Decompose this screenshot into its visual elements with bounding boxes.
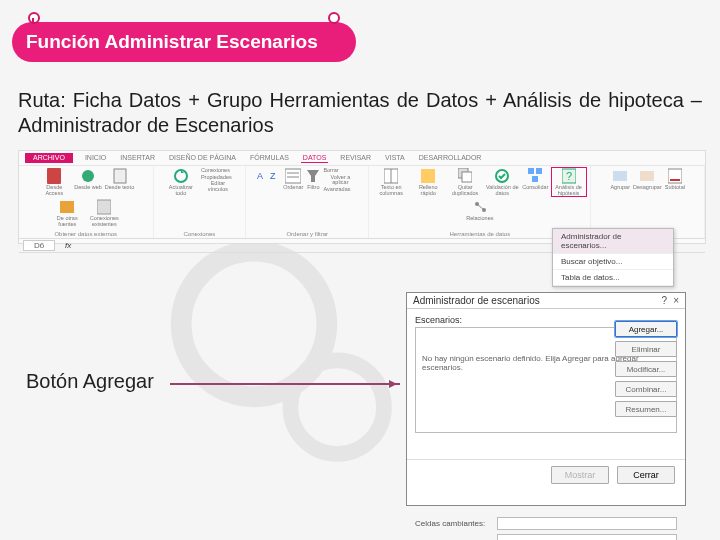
tab-formulas[interactable]: FÓRMULAS xyxy=(248,153,291,163)
svg-rect-27 xyxy=(613,171,627,181)
menu-buscar-objetivo[interactable]: Buscar objetivo... xyxy=(553,254,673,270)
celdas-cambiantes-label: Celdas cambiantes: xyxy=(415,519,493,528)
ribbon-tabs: ARCHIVO INICIO INSERTAR DISEÑO DE PÁGINA… xyxy=(19,151,705,166)
group-obtener-datos: Desde Access Desde web Desde texto De ot… xyxy=(19,166,154,238)
svg-text:?: ? xyxy=(566,170,572,182)
btn-relaciones[interactable]: Relaciones xyxy=(466,199,493,222)
tab-archivo[interactable]: ARCHIVO xyxy=(25,153,73,163)
btn-texto-columnas[interactable]: Texto en columnas xyxy=(374,168,408,196)
eliminar-button: Eliminar xyxy=(615,341,677,357)
menu-tabla-datos[interactable]: Tabla de datos... xyxy=(553,270,673,286)
svg-rect-15 xyxy=(421,169,435,183)
svg-rect-21 xyxy=(532,176,538,182)
btn-editar-vinculos[interactable]: Editar vínculos xyxy=(201,181,235,192)
group-label: Conexiones xyxy=(154,231,246,237)
btn-volver-aplicar[interactable]: Volver a aplicar xyxy=(323,175,357,186)
btn-desagrupar[interactable]: Desagrupar xyxy=(633,168,662,191)
route-text: Ruta: Ficha Datos + Grupo Herramientas d… xyxy=(18,88,702,138)
dialog-titlebar: Administrador de escenarios ? × xyxy=(407,293,685,309)
group-ordenar-filtrar: A Z Ordenar Filtro Borrar Volver a aplic… xyxy=(246,166,369,238)
svg-text:Z: Z xyxy=(270,171,276,181)
tab-desarrollador[interactable]: DESARROLLADOR xyxy=(417,153,484,163)
arrow-annotation xyxy=(170,383,400,385)
svg-line-26 xyxy=(477,204,484,210)
btn-actualizar[interactable]: Actualizar todo xyxy=(164,168,198,196)
combinar-button[interactable]: Combinar... xyxy=(615,381,677,397)
slide: Función Administrar Escenarios Ruta: Fic… xyxy=(0,0,720,540)
svg-rect-28 xyxy=(640,171,654,181)
dialog-title: Administrador de escenarios xyxy=(413,295,540,306)
help-icon[interactable]: ? xyxy=(662,295,668,306)
menu-admin-escenarios[interactable]: Administrador de escenarios... xyxy=(553,229,673,254)
svg-rect-17 xyxy=(462,172,472,182)
svg-point-1 xyxy=(290,360,384,454)
btn-avanzadas[interactable]: Avanzadas xyxy=(323,187,350,193)
tab-diseno[interactable]: DISEÑO DE PÁGINA xyxy=(167,153,238,163)
btn-filtro[interactable]: Filtro xyxy=(306,168,320,191)
btn-ordenar[interactable]: Ordenar xyxy=(283,168,303,191)
dialog-footer: Mostrar Cerrar xyxy=(407,459,685,490)
resumen-button: Resumen... xyxy=(615,401,677,417)
svg-rect-4 xyxy=(114,169,126,183)
btn-borrar[interactable]: Borrar xyxy=(323,168,338,174)
btn-sort-za[interactable]: Z xyxy=(270,168,280,182)
agregar-button[interactable]: Agregar... xyxy=(615,321,677,337)
tab-datos[interactable]: DATOS xyxy=(301,153,328,163)
scenario-manager-dialog: Administrador de escenarios ? × Escenari… xyxy=(406,292,686,506)
btn-desde-texto[interactable]: Desde texto xyxy=(105,168,134,191)
svg-point-0 xyxy=(181,251,327,397)
svg-rect-20 xyxy=(536,168,542,174)
hipotesis-dropdown: Administrador de escenarios... Buscar ob… xyxy=(552,228,674,287)
svg-point-3 xyxy=(82,170,94,182)
btn-desde-access[interactable]: Desde Access xyxy=(37,168,71,196)
btn-conexiones-existentes[interactable]: Conexiones existentes xyxy=(87,199,121,227)
tab-vista[interactable]: VISTA xyxy=(383,153,407,163)
close-icon[interactable]: × xyxy=(673,295,679,306)
celdas-cambiantes-field xyxy=(497,517,677,530)
slide-title: Función Administrar Escenarios xyxy=(12,22,356,62)
btn-relleno-rapido[interactable]: Relleno rápido xyxy=(411,168,445,196)
tab-insertar[interactable]: INSERTAR xyxy=(118,153,157,163)
watermark-gears xyxy=(120,220,440,480)
svg-rect-2 xyxy=(47,168,61,184)
group-label: Ordenar y filtrar xyxy=(246,231,368,237)
group-conexiones: Actualizar todo Conexiones Propiedades E… xyxy=(154,166,247,238)
btn-subtotal[interactable]: Subtotal xyxy=(665,168,685,191)
dialog-side-buttons: Agregar... Eliminar Modificar... Combina… xyxy=(615,321,677,417)
btn-conexiones[interactable]: Conexiones xyxy=(201,168,230,174)
conn-subitems: Conexiones Propiedades Editar vínculos xyxy=(201,168,235,192)
slide-title-text: Función Administrar Escenarios xyxy=(26,31,318,53)
group-label: Obtener datos externos xyxy=(19,231,153,237)
empty-message: No hay ningún escenario definido. Elija … xyxy=(422,354,639,372)
svg-text:A: A xyxy=(257,171,263,181)
btn-otras-fuentes[interactable]: De otras fuentes xyxy=(50,199,84,227)
btn-validacion-datos[interactable]: Validación de datos xyxy=(485,168,519,196)
tab-revisar[interactable]: REVISAR xyxy=(338,153,373,163)
btn-quitar-duplicados[interactable]: Quitar duplicados xyxy=(448,168,482,196)
btn-consolidar[interactable]: Consolidar xyxy=(522,168,548,191)
name-box[interactable]: D6 xyxy=(23,240,55,251)
filter-subitems: Borrar Volver a aplicar Avanzadas xyxy=(323,168,357,192)
fx-icon[interactable]: fx xyxy=(65,241,71,250)
mostrar-button: Mostrar xyxy=(551,466,609,484)
btn-agrupar[interactable]: Agrupar xyxy=(610,168,630,191)
btn-desde-web[interactable]: Desde web xyxy=(74,168,102,191)
cerrar-button[interactable]: Cerrar xyxy=(617,466,675,484)
tab-inicio[interactable]: INICIO xyxy=(83,153,108,163)
svg-rect-10 xyxy=(285,169,301,183)
comentario-field xyxy=(497,534,677,540)
modificar-button: Modificar... xyxy=(615,361,677,377)
boton-agregar-label: Botón Agregar xyxy=(26,370,154,393)
btn-sort-az[interactable]: A xyxy=(257,168,267,182)
svg-rect-19 xyxy=(528,168,534,174)
btn-analisis-hipotesis[interactable]: ?Análisis de hipótesis xyxy=(552,168,586,196)
svg-rect-5 xyxy=(60,201,74,213)
svg-rect-6 xyxy=(97,200,111,214)
